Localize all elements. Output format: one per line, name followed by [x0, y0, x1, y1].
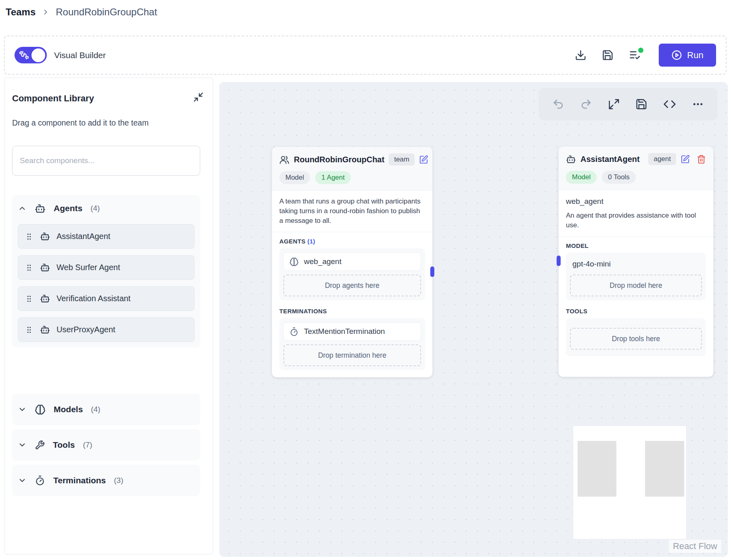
drop-agents-zone[interactable]: Drop agents here [283, 275, 421, 296]
model-zone-label: MODEL [566, 242, 706, 249]
team-node-header: RoundRobinGroupChat team Model 1 Agent [272, 147, 432, 191]
breadcrumb-teams-link[interactable]: Teams [6, 6, 36, 18]
edit-icon[interactable] [681, 155, 690, 164]
library-item-web-surfer-agent[interactable]: Web Surfer Agent [18, 255, 195, 280]
terminations-zone: TextMentionTermination Drop termination … [279, 318, 425, 370]
section-agents-header[interactable]: Agents (4) [18, 199, 195, 218]
section-tools-header[interactable]: Tools (7) [12, 429, 200, 461]
visual-builder-toggle[interactable] [15, 47, 47, 63]
tools-count-pill: 0 Tools [602, 171, 636, 184]
delete-icon[interactable] [697, 155, 706, 164]
edit-icon[interactable] [419, 155, 428, 164]
wrench-icon [35, 440, 45, 450]
model-chip-gpt-4o-mini[interactable]: gpt-4o-mini [570, 257, 702, 274]
chevron-up-icon [18, 204, 27, 213]
minimap[interactable] [573, 426, 686, 539]
edge-team-to-agent [219, 82, 340, 143]
brain-icon [289, 257, 299, 266]
agent-node-title: AssistantAgent [580, 155, 644, 164]
chevron-down-icon [18, 405, 27, 414]
bot-icon [566, 154, 576, 164]
toolbar-actions [575, 49, 641, 61]
play-circle-icon [671, 50, 682, 61]
breadcrumb-current: RoundRobinGroupChat [56, 6, 157, 18]
react-flow-attribution[interactable]: React Flow [669, 540, 721, 553]
run-button[interactable]: Run [659, 44, 716, 67]
fit-view-icon[interactable] [608, 98, 620, 110]
list-check-icon[interactable] [629, 49, 641, 61]
section-terminations-header[interactable]: Terminations (3) [12, 465, 200, 496]
team-node-title: RoundRobinGroupChat [294, 155, 384, 164]
grip-vertical-icon [25, 325, 34, 334]
agents-zone-label: AGENTS (1) [279, 238, 425, 245]
search-box [12, 146, 200, 176]
terminations-zone-label: TERMINATIONS [279, 308, 425, 315]
builder-toolbar: Visual Builder Run [4, 36, 727, 75]
search-input[interactable] [12, 146, 200, 176]
model-pill: Model [279, 171, 310, 184]
agent-node[interactable]: AssistantAgent agent Model 0 Tools web_a… [558, 146, 714, 377]
chevron-right-icon [42, 8, 50, 16]
breadcrumb: Teams RoundRobinGroupChat [6, 6, 157, 18]
library-item-user-proxy-agent[interactable]: UserProxyAgent [18, 317, 195, 342]
grip-vertical-icon [25, 263, 34, 272]
brain-icon [35, 404, 46, 415]
flow-canvas[interactable]: RoundRobinGroupChat team Model 1 Agent A… [219, 82, 728, 557]
toggle-knob [31, 48, 45, 62]
library-item-verification-assistant[interactable]: Verification Assistant [18, 286, 195, 311]
save-icon[interactable] [635, 98, 647, 110]
status-green-dot [638, 48, 643, 53]
agent-chip-web-agent[interactable]: web_agent [283, 252, 421, 271]
collapse-panel-icon[interactable] [193, 92, 204, 103]
section-models-header[interactable]: Models (4) [12, 394, 200, 425]
model-zone: gpt-4o-mini Drop model here [566, 253, 706, 300]
agent-name: web_agent [566, 196, 706, 207]
tools-zone-label: TOOLS [566, 308, 706, 315]
section-agents: Agents (4) AssistantAgent Web Surfer Age… [12, 195, 200, 348]
save-icon[interactable] [602, 49, 614, 61]
bot-icon [35, 203, 46, 214]
minimap-team-node [578, 441, 616, 497]
chevron-down-icon [18, 476, 27, 485]
target-handle[interactable] [557, 256, 561, 266]
bot-icon [40, 325, 50, 335]
canvas-toolbar [539, 88, 717, 120]
agent-count-pill: 1 Agent [315, 171, 351, 184]
grip-vertical-icon [25, 232, 34, 241]
download-icon[interactable] [575, 49, 586, 61]
node-type-badge: team [389, 153, 415, 166]
model-pill: Model [566, 171, 597, 184]
node-type-badge: agent [648, 153, 676, 165]
chevron-down-icon [18, 440, 27, 449]
drop-model-zone[interactable]: Drop model here [570, 275, 702, 296]
more-options-icon[interactable] [692, 98, 704, 110]
bot-icon [40, 231, 50, 241]
component-library-panel: Component Library Drag a component to ad… [4, 78, 213, 554]
drop-termination-zone[interactable]: Drop termination here [283, 344, 421, 366]
library-item-assistant-agent[interactable]: AssistantAgent [18, 224, 195, 249]
source-handle[interactable] [430, 266, 434, 277]
team-node-description: A team that runs a group chat with parti… [272, 191, 432, 232]
redo-icon[interactable] [580, 98, 592, 110]
library-subtitle: Drag a component to add it to the team [12, 118, 149, 128]
code-icon[interactable] [663, 98, 676, 111]
bot-icon [40, 262, 50, 273]
grip-vertical-icon [25, 294, 34, 303]
tools-zone: Drop tools here [566, 318, 706, 356]
team-node[interactable]: RoundRobinGroupChat team Model 1 Agent A… [272, 147, 433, 378]
visual-builder-label: Visual Builder [54, 50, 106, 60]
library-title: Component Library [12, 93, 94, 104]
users-icon [279, 155, 289, 165]
bot-icon [40, 294, 50, 304]
drop-tools-zone[interactable]: Drop tools here [570, 328, 702, 350]
agent-node-header: AssistantAgent agent Model 0 Tools [559, 147, 713, 190]
timer-icon [35, 475, 45, 486]
minimap-agent-node [645, 441, 684, 497]
cable-icon [19, 50, 29, 60]
timer-icon [289, 327, 299, 336]
termination-chip[interactable]: TextMentionTermination [283, 322, 421, 341]
agent-node-description: web_agent An agent that provides assista… [559, 190, 713, 237]
agents-zone: web_agent Drop agents here [279, 248, 425, 300]
undo-icon[interactable] [552, 98, 564, 110]
